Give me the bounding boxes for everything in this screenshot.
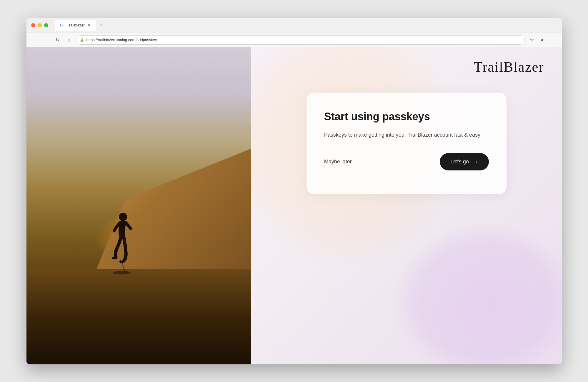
browser-titlebar: G Trailblazer ✕ + <box>26 18 562 33</box>
tab-close-icon[interactable]: ✕ <box>87 23 91 27</box>
tab-bar: G Trailblazer ✕ + <box>55 20 557 31</box>
passkey-card: Start using passkeys Passkeys to make ge… <box>307 93 507 194</box>
browser-window: G Trailblazer ✕ + ← → ↻ ⌂ 🔒 https://trai… <box>26 18 562 364</box>
card-actions: Maybe later Let's go → <box>324 153 489 170</box>
brand-logo: TrailBlazer <box>269 59 544 75</box>
hero-image-panel <box>26 47 251 364</box>
url-display: https://trailblazerrunning.com/addpasske… <box>86 38 157 42</box>
arrow-right-icon: → <box>472 158 478 165</box>
card-title: Start using passkeys <box>324 110 489 123</box>
refresh-button[interactable]: ↻ <box>54 36 62 44</box>
tab-title: Trailblazer <box>67 23 85 27</box>
back-button[interactable]: ← <box>31 36 39 44</box>
maximize-button[interactable] <box>44 23 48 27</box>
right-panel: TrailBlazer Start using passkeys Passkey… <box>251 47 562 364</box>
avatar-icon[interactable]: ● <box>538 36 547 44</box>
google-g-icon: G <box>60 23 65 28</box>
card-description: Passkeys to make getting into your Trail… <box>324 131 489 139</box>
address-bar[interactable]: 🔒 https://trailblazerrunning.com/addpass… <box>76 35 525 45</box>
runner-scene <box>26 47 251 364</box>
ground <box>26 269 251 364</box>
page-content: TrailBlazer Start using passkeys Passkey… <box>26 47 562 364</box>
traffic-lights <box>31 23 48 27</box>
forward-button[interactable]: → <box>42 36 51 44</box>
new-tab-button[interactable]: + <box>97 21 105 29</box>
brand-name: TrailBlazer <box>474 59 544 75</box>
menu-icon[interactable]: ⋮ <box>549 36 557 44</box>
tab-favicon: G <box>60 23 65 28</box>
active-tab[interactable]: G Trailblazer ✕ <box>55 20 96 31</box>
home-button[interactable]: ⌂ <box>65 36 73 44</box>
svg-point-0 <box>119 213 127 221</box>
minimize-button[interactable] <box>38 23 42 27</box>
lock-icon: 🔒 <box>80 38 84 42</box>
browser-toolbar: ← → ↻ ⌂ 🔒 https://trailblazerrunning.com… <box>26 33 562 47</box>
runner-silhouette <box>108 211 134 276</box>
svg-point-1 <box>113 271 131 274</box>
close-button[interactable] <box>31 23 35 27</box>
maybe-later-button[interactable]: Maybe later <box>324 156 352 167</box>
toolbar-actions: ☆ ● ⋮ <box>528 36 557 44</box>
bookmark-icon[interactable]: ☆ <box>528 36 536 44</box>
lets-go-label: Let's go <box>450 159 469 165</box>
lets-go-button[interactable]: Let's go → <box>440 153 489 170</box>
